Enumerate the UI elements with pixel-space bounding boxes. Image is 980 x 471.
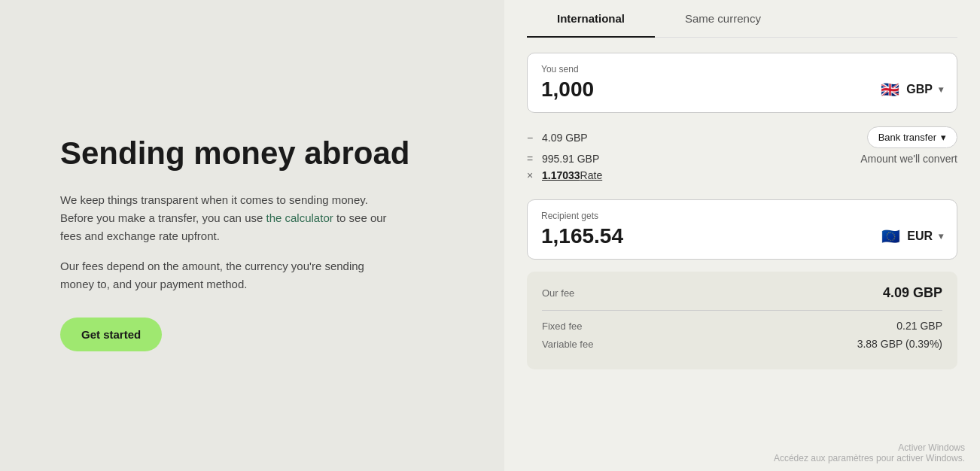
fixed-fee-label: Fixed fee bbox=[542, 321, 582, 332]
equals-symbol: = bbox=[527, 153, 542, 165]
tab-bar: International Same currency bbox=[527, 0, 957, 38]
watermark-line2: Accédez aux paramètres pour activer Wind… bbox=[774, 453, 965, 463]
fixed-fee-row: Fixed fee 0.21 GBP bbox=[542, 320, 942, 332]
variable-fee-label: Variable fee bbox=[542, 339, 593, 350]
minus-symbol: − bbox=[527, 132, 542, 144]
payment-chevron-icon: ▾ bbox=[941, 132, 946, 143]
receive-currency-selector[interactable]: 🇪🇺 EUR ▾ bbox=[880, 226, 943, 247]
paragraph-2: Our fees depend on the amount, the curre… bbox=[60, 257, 391, 293]
converted-amount-row: = 995.91 GBP Amount we'll convert bbox=[527, 153, 957, 165]
send-currency-selector[interactable]: 🇬🇧 GBP ▾ bbox=[879, 79, 943, 100]
send-currency-chevron-icon: ▾ bbox=[939, 84, 943, 95]
watermark-line1: Activer Windows bbox=[774, 442, 965, 453]
left-panel: Sending money abroad We keep things tran… bbox=[0, 0, 504, 471]
our-fee-row: Our fee 4.09 GBP bbox=[542, 285, 942, 301]
receive-label: Recipient gets bbox=[541, 211, 943, 221]
send-amount-input[interactable] bbox=[541, 77, 692, 102]
variable-fee-row: Variable fee 3.88 GBP (0.39%) bbox=[542, 338, 942, 350]
send-label: You send bbox=[541, 64, 943, 74]
rate-row: × 1.17033 Rate bbox=[527, 169, 957, 181]
main-heading: Sending money abroad bbox=[60, 135, 459, 172]
tab-same-currency[interactable]: Same currency bbox=[655, 0, 791, 37]
send-currency-code: GBP bbox=[906, 83, 933, 96]
fee-amount: 4.09 GBP bbox=[542, 132, 867, 144]
gbp-flag-icon: 🇬🇧 bbox=[879, 79, 900, 100]
multiply-symbol: × bbox=[527, 169, 542, 181]
receive-box: Recipient gets 🇪🇺 EUR ▾ bbox=[527, 199, 957, 260]
calculator: You send 🇬🇧 GBP ▾ − 4.09 GBP Bank transf… bbox=[527, 53, 957, 369]
converted-amount: 995.91 GBP bbox=[542, 153, 860, 165]
windows-watermark: Activer Windows Accédez aux paramètres p… bbox=[774, 442, 965, 463]
our-fee-value: 4.09 GBP bbox=[883, 285, 942, 301]
our-fee-label: Our fee bbox=[542, 287, 574, 299]
paragraph-1: We keep things transparent when it comes… bbox=[60, 191, 391, 245]
payment-method-label: Bank transfer bbox=[878, 132, 936, 143]
fee-rows: − 4.09 GBP Bank transfer ▾ = 995.91 GBP … bbox=[527, 122, 957, 190]
payment-method-button[interactable]: Bank transfer ▾ bbox=[867, 126, 957, 148]
tab-international[interactable]: International bbox=[527, 0, 655, 37]
right-panel: International Same currency You send 🇬🇧 … bbox=[504, 0, 980, 471]
rate-value[interactable]: 1.17033 bbox=[542, 169, 580, 181]
fee-deduction-row: − 4.09 GBP Bank transfer ▾ bbox=[527, 126, 957, 148]
get-started-button[interactable]: Get started bbox=[60, 318, 162, 351]
eur-flag-icon: 🇪🇺 bbox=[880, 226, 901, 247]
fixed-fee-value: 0.21 GBP bbox=[896, 320, 942, 332]
receive-currency-code: EUR bbox=[907, 229, 933, 243]
receive-amount-input[interactable] bbox=[541, 224, 692, 248]
variable-fee-value: 3.88 GBP (0.39%) bbox=[857, 338, 942, 350]
send-box: You send 🇬🇧 GBP ▾ bbox=[527, 53, 957, 113]
rate-label[interactable]: Rate bbox=[580, 169, 603, 181]
calculator-link[interactable]: the calculator bbox=[266, 211, 333, 224]
amount-convert-label: Amount we'll convert bbox=[860, 153, 957, 165]
divider bbox=[542, 310, 942, 311]
receive-currency-chevron-icon: ▾ bbox=[939, 231, 943, 242]
fee-info-card: Our fee 4.09 GBP Fixed fee 0.21 GBP Vari… bbox=[527, 272, 957, 369]
